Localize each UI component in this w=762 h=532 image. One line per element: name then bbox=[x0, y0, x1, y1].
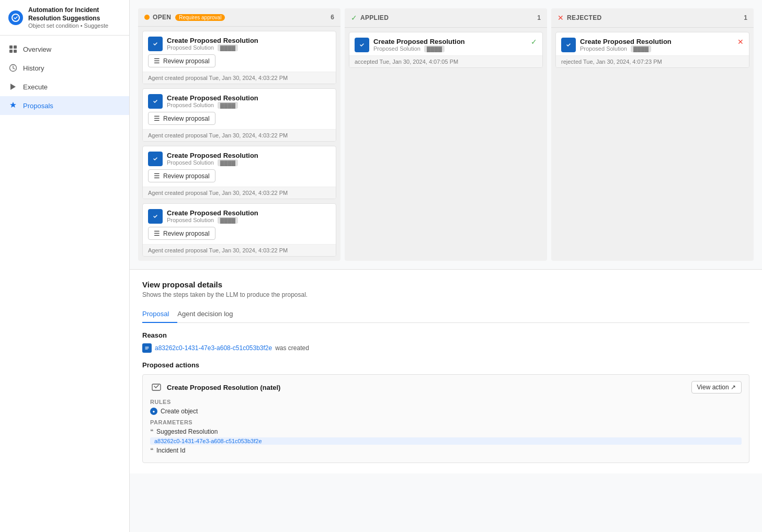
kanban-column-open: OPEN Requires approval 6 Create Proposed… bbox=[138, 8, 340, 261]
card-subtitle-tag: ▓▓▓▓ bbox=[218, 159, 238, 166]
open-card-3-footer: Agent created proposal Tue, Jan 30, 2024… bbox=[143, 187, 336, 199]
action-card: Create Proposed Resolution (natel) View … bbox=[142, 374, 749, 463]
action-title: Create Proposed Resolution (natel) bbox=[167, 384, 687, 391]
svg-rect-4 bbox=[14, 50, 17, 53]
rejected-card-1-text: Create Proposed Resolution Proposed Solu… bbox=[580, 38, 733, 52]
open-status-dot bbox=[144, 15, 150, 20]
review-proposal-btn-4[interactable]: ☰ Review proposal bbox=[148, 227, 215, 240]
applied-card-1-footer: accepted Tue, Jan 30, 2024, 4:07:05 PM bbox=[349, 55, 542, 67]
open-card-2: Create Proposed Resolution Proposed Solu… bbox=[142, 88, 336, 142]
proposal-details: View proposal details Shows the steps ta… bbox=[130, 270, 762, 473]
param-item-2: ❝ Incident Id bbox=[150, 447, 742, 454]
param-icon-1: ❝ bbox=[150, 428, 153, 435]
sidebar-item-execute[interactable]: Execute bbox=[0, 77, 129, 96]
param-label-2: Incident Id bbox=[156, 447, 185, 454]
overview-label: Overview bbox=[23, 45, 51, 53]
review-icon: ☰ bbox=[154, 172, 160, 180]
open-cards: Create Proposed Resolution Proposed Solu… bbox=[138, 27, 340, 261]
open-card-2-header: Create Proposed Resolution Proposed Solu… bbox=[143, 89, 336, 112]
card-subtitle-tag: ▓▓▓▓ bbox=[218, 217, 238, 224]
rejected-x-icon: ✕ bbox=[558, 14, 564, 22]
open-card-4-header: Create Proposed Resolution Proposed Solu… bbox=[143, 204, 336, 227]
sidebar-item-proposals[interactable]: Proposals bbox=[0, 96, 129, 115]
details-title: View proposal details bbox=[142, 280, 749, 289]
view-action-btn[interactable]: View action ↗ bbox=[691, 381, 742, 394]
review-proposal-btn-2[interactable]: ☰ Review proposal bbox=[148, 112, 215, 125]
card-subtitle-tag: ▓▓▓▓ bbox=[218, 102, 238, 109]
applied-cards: Create Proposed Resolution Proposed Solu… bbox=[345, 28, 547, 72]
execute-label: Execute bbox=[23, 83, 48, 91]
action-card-icon bbox=[150, 381, 163, 394]
open-card-1: Create Proposed Resolution Proposed Solu… bbox=[142, 31, 336, 84]
rejected-status-label: REJECTED bbox=[567, 14, 601, 21]
applied-status-label: APPLIED bbox=[360, 14, 389, 21]
open-card-3-header: Create Proposed Resolution Proposed Solu… bbox=[143, 146, 336, 169]
svg-rect-1 bbox=[9, 45, 13, 49]
card-icon bbox=[148, 152, 163, 166]
column-header-open: OPEN Requires approval 6 bbox=[138, 8, 340, 27]
open-card-4-subtitle: Proposed Solution ▓▓▓▓ bbox=[167, 217, 331, 224]
reason-label: Reason bbox=[142, 331, 749, 339]
proposals-icon bbox=[8, 101, 18, 110]
open-card-1-footer: Agent created proposal Tue, Jan 30, 2024… bbox=[143, 72, 336, 84]
applied-card-1-title: Create Proposed Resolution bbox=[373, 38, 527, 45]
params-label: PARAMETERS bbox=[150, 419, 742, 425]
open-card-3-title: Create Proposed Resolution bbox=[167, 152, 331, 159]
reason-block: a83262c0-1431-47e3-a608-c51c053b3f2e was… bbox=[142, 343, 749, 353]
proposed-actions-label: Proposed actions bbox=[142, 361, 749, 369]
accepted-check-icon: ✓ bbox=[531, 38, 537, 46]
app-subtitle: Object set condition • Suggeste bbox=[28, 22, 121, 29]
details-tabs: Proposal Agent decision log bbox=[142, 306, 749, 323]
card-icon bbox=[355, 38, 369, 52]
action-card-header: Create Proposed Resolution (natel) View … bbox=[150, 381, 742, 394]
reason-text: was created bbox=[275, 344, 309, 352]
overview-icon bbox=[8, 44, 18, 54]
param-icon-2: ❝ bbox=[150, 447, 153, 454]
rule-text: Create object bbox=[161, 408, 198, 415]
card-icon bbox=[148, 209, 163, 224]
column-header-rejected: ✕ REJECTED 1 bbox=[551, 8, 754, 28]
applied-card-1: Create Proposed Resolution Proposed Solu… bbox=[349, 32, 543, 68]
app-logo-icon bbox=[8, 10, 23, 25]
open-card-2-subtitle: Proposed Solution ▓▓▓▓ bbox=[167, 102, 331, 109]
column-header-applied: ✓ APPLIED 1 bbox=[345, 8, 547, 28]
rejected-card-1-title: Create Proposed Resolution bbox=[580, 38, 733, 45]
open-card-2-footer: Agent created proposal Tue, Jan 30, 2024… bbox=[143, 129, 336, 141]
tab-proposal[interactable]: Proposal bbox=[142, 306, 177, 323]
tab-agent-log[interactable]: Agent decision log bbox=[177, 306, 241, 323]
card-subtitle-tag: ▓▓▓▓ bbox=[424, 45, 445, 52]
sidebar: Automation for Incident Resolution Sugge… bbox=[0, 0, 130, 532]
open-count: 6 bbox=[331, 14, 334, 21]
rule-item: ● Create object bbox=[150, 408, 742, 415]
sidebar-nav: Overview History Execute Proposals bbox=[0, 36, 129, 119]
param-item-1: ❝ Suggested Resolution bbox=[150, 428, 742, 435]
reason-link[interactable]: a83262c0-1431-47e3-a608-c51c053b3f2e bbox=[155, 344, 272, 352]
open-card-4-footer: Agent created proposal Tue, Jan 30, 2024… bbox=[143, 244, 336, 256]
sidebar-item-overview[interactable]: Overview bbox=[0, 40, 129, 59]
kanban-board: OPEN Requires approval 6 Create Proposed… bbox=[130, 0, 762, 270]
app-title: Automation for Incident Resolution Sugge… bbox=[28, 6, 121, 22]
sidebar-item-history[interactable]: History bbox=[0, 59, 129, 77]
open-card-2-title: Create Proposed Resolution bbox=[167, 94, 331, 102]
review-icon: ☰ bbox=[154, 229, 160, 237]
rejected-card-1-header: Create Proposed Resolution Proposed Solu… bbox=[556, 32, 749, 55]
param-value-1: a83262c0-1431-47e3-a608-c51c053b3f2e bbox=[150, 437, 742, 445]
applied-card-1-header: Create Proposed Resolution Proposed Solu… bbox=[349, 32, 542, 55]
review-proposal-btn-3[interactable]: ☰ Review proposal bbox=[148, 169, 215, 182]
open-card-1-text: Create Proposed Resolution Proposed Solu… bbox=[167, 37, 331, 51]
review-proposal-btn-1[interactable]: ☰ Review proposal bbox=[148, 54, 215, 67]
card-icon bbox=[148, 37, 163, 51]
card-subtitle-tag: ▓▓▓▓ bbox=[631, 45, 651, 52]
details-subtitle: Shows the steps taken by the LLM to prod… bbox=[142, 291, 749, 298]
rejected-card-1-subtitle: Proposed Solution ▓▓▓▓ bbox=[580, 45, 733, 52]
rejected-x-card-icon: ✕ bbox=[737, 38, 744, 46]
applied-card-1-subtitle: Proposed Solution ▓▓▓▓ bbox=[373, 45, 527, 52]
rejected-card-1-footer: rejected Tue, Jan 30, 2024, 4:07:23 PM bbox=[556, 55, 749, 67]
reason-icon bbox=[142, 343, 152, 353]
card-icon bbox=[148, 94, 163, 109]
open-card-3: Create Proposed Resolution Proposed Solu… bbox=[142, 146, 336, 199]
rejected-card-1: Create Proposed Resolution Proposed Solu… bbox=[555, 32, 749, 68]
open-card-3-text: Create Proposed Resolution Proposed Solu… bbox=[167, 152, 331, 166]
rule-dot-icon: ● bbox=[150, 408, 157, 415]
rejected-count: 1 bbox=[744, 14, 747, 21]
